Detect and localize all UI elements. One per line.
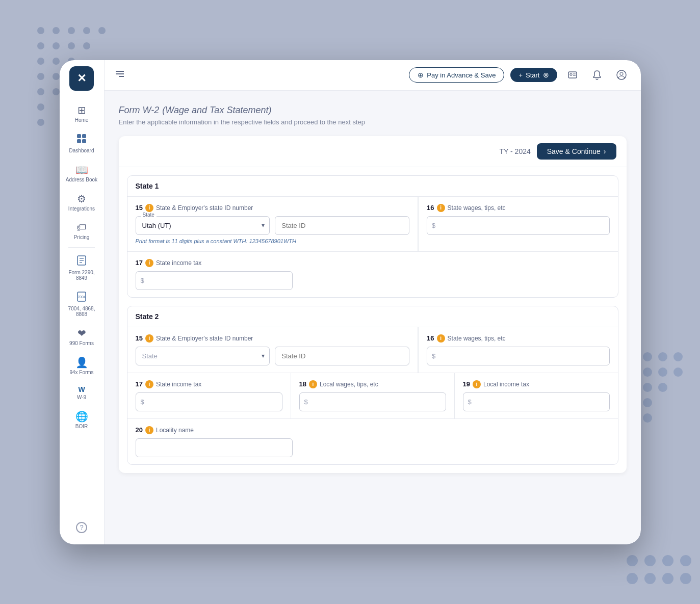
profile-button[interactable] xyxy=(612,66,631,84)
notifications-button[interactable] xyxy=(588,66,606,84)
svg-point-32 xyxy=(627,555,638,566)
state2-state-select-wrap: State Alabama (AL) Alaska (AK) Arizona (… xyxy=(136,347,270,365)
state1-field17-info-icon[interactable]: i xyxy=(145,259,153,267)
state2-field17-input-wrap: $ xyxy=(136,392,282,411)
state1-state-id-wrap xyxy=(275,216,409,235)
state2-field17-label: 17 i State income tax xyxy=(136,380,282,388)
state2-field19-label: 19 i Local income tax xyxy=(463,380,610,388)
state1-field16-input[interactable] xyxy=(427,216,609,235)
w9-icon: W xyxy=(78,385,85,393)
pay-advance-button[interactable]: ⊕ Pay in Advance & Save xyxy=(409,67,504,83)
svg-rect-42 xyxy=(77,139,81,143)
svg-point-19 xyxy=(643,352,652,361)
sidebar-item-94x-label: 94x Forms xyxy=(69,370,93,375)
svg-point-28 xyxy=(658,383,667,392)
svg-point-34 xyxy=(662,555,673,566)
state1-state-select[interactable]: Utah (UT) xyxy=(136,216,270,235)
state2-field17-num: 17 xyxy=(136,380,143,388)
save-continue-arrow: › xyxy=(604,147,606,155)
state1-field17-input[interactable] xyxy=(136,271,293,290)
state2-field20-num: 20 xyxy=(136,426,143,434)
state2-row-20: 20 i Locality name xyxy=(127,418,618,464)
sidebar-item-addressbook[interactable]: 📖 Address Book xyxy=(61,160,102,187)
svg-rect-43 xyxy=(82,139,86,143)
integrations-icon: ⚙ xyxy=(77,193,86,205)
contacts-button[interactable] xyxy=(563,66,582,84)
state1-field17-text: State income tax xyxy=(156,259,201,267)
svg-point-30 xyxy=(643,398,652,407)
sidebar-item-home[interactable]: ⊞ Home xyxy=(61,100,102,127)
svg-point-54 xyxy=(570,73,572,75)
state1-field17-label: 17 i State income tax xyxy=(136,259,293,267)
sidebar-item-dashboard[interactable]: Dashboard xyxy=(61,129,102,157)
home-icon: ⊞ xyxy=(77,104,86,116)
state2-field16-input-wrap: $ xyxy=(427,347,609,365)
state2-field17-dollar-icon: $ xyxy=(141,398,144,406)
svg-point-16 xyxy=(37,103,44,111)
start-button[interactable]: + Start ⊗ xyxy=(510,68,557,82)
sidebar-item-94x[interactable]: 👤 94x Forms xyxy=(61,352,102,379)
form7004-icon: 7004 xyxy=(76,291,87,305)
svg-point-35 xyxy=(680,555,691,566)
boir-icon: 🌐 xyxy=(75,410,88,423)
sidebar-item-pricing[interactable]: 🏷 Pricing xyxy=(61,218,102,244)
state2-row-17-18-19: 17 i State income tax $ 18 xyxy=(127,373,618,418)
state1-field15-num: 15 xyxy=(136,204,143,212)
svg-point-13 xyxy=(53,73,60,80)
plus-circle-icon: ⊕ xyxy=(418,71,424,79)
state1-field16-text: State wages, tips, etc xyxy=(448,204,506,212)
page-subtitle: Enter the applicable information in the … xyxy=(119,118,627,126)
save-continue-button[interactable]: Save & Continue › xyxy=(537,143,616,160)
sidebar-item-help[interactable]: ? xyxy=(61,518,102,537)
ty-label: TY - 2024 xyxy=(500,147,531,155)
address-book-icon: 📖 xyxy=(75,164,88,176)
state1-state-id-input[interactable] xyxy=(275,216,409,235)
sidebar-item-7004[interactable]: 7004 7004, 4868, 8868 xyxy=(61,287,102,321)
sidebar-item-990[interactable]: ❤ 990 Forms xyxy=(61,323,102,350)
sidebar-item-form2290[interactable]: Form 2290, 8849 xyxy=(61,251,102,285)
state2-field18-text: Local wages, tips, etc xyxy=(320,381,378,388)
save-continue-label: Save & Continue xyxy=(547,147,601,155)
svg-point-0 xyxy=(37,27,44,34)
svg-point-38 xyxy=(662,573,673,584)
state2-field20-info-icon[interactable]: i xyxy=(145,426,153,434)
svg-point-3 xyxy=(83,27,90,34)
sidebar-item-boir[interactable]: 🌐 BOIR xyxy=(61,406,102,433)
state1-field15-text: State & Employer's state ID number xyxy=(156,204,253,212)
state2-field19-input[interactable] xyxy=(463,392,610,411)
svg-point-9 xyxy=(37,58,44,65)
state1-field16-info-icon[interactable]: i xyxy=(437,204,445,212)
svg-rect-40 xyxy=(77,134,81,138)
state1-print-format-note: Print format is 11 digits plus a constan… xyxy=(136,238,410,244)
state2-field17-info-icon[interactable]: i xyxy=(145,380,153,388)
state2-state-id-input[interactable] xyxy=(275,347,409,365)
state2-field17-input[interactable] xyxy=(136,392,282,411)
state2-field20-input[interactable] xyxy=(136,438,293,457)
state2-field18-cell: 18 i Local wages, tips, etc $ xyxy=(291,373,455,418)
state2-field16-input[interactable] xyxy=(427,347,609,365)
start-plus-icon: + xyxy=(518,71,523,79)
state2-field15-info-icon[interactable]: i xyxy=(145,334,153,343)
dashboard-icon xyxy=(76,133,87,147)
menu-icon[interactable] xyxy=(115,70,125,81)
sidebar-item-w9[interactable]: W W-9 xyxy=(61,381,102,404)
svg-point-8 xyxy=(83,42,90,49)
svg-point-12 xyxy=(37,73,44,80)
state1-field16-label: 16 i State wages, tips, etc xyxy=(427,204,609,212)
state1-row-17: 17 i State income tax $ xyxy=(127,251,618,297)
state2-field18-input[interactable] xyxy=(299,392,446,411)
state2-field16-cell: 16 i State wages, tips, etc $ xyxy=(418,327,617,373)
state1-row-15-16: 15 i State & Employer's state ID number … xyxy=(127,196,618,251)
form-title: Form W-2 xyxy=(119,105,160,115)
state1-field15-info-icon[interactable]: i xyxy=(145,204,153,212)
state2-field20-label: 20 i Locality name xyxy=(136,426,293,434)
state2-field16-dollar-icon: $ xyxy=(432,352,435,360)
app-logo[interactable]: ✕ xyxy=(69,66,94,91)
state2-state-select[interactable]: State Alabama (AL) Alaska (AK) Arizona (… xyxy=(136,347,270,365)
form-title-subtitle: (Wage and Tax Statement) xyxy=(162,105,271,115)
state2-field19-info-icon[interactable]: i xyxy=(473,380,481,388)
svg-point-7 xyxy=(68,42,75,49)
state2-field16-info-icon[interactable]: i xyxy=(437,334,445,343)
state2-field18-info-icon[interactable]: i xyxy=(309,380,317,388)
sidebar-item-integrations[interactable]: ⚙ Integrations xyxy=(61,189,102,216)
